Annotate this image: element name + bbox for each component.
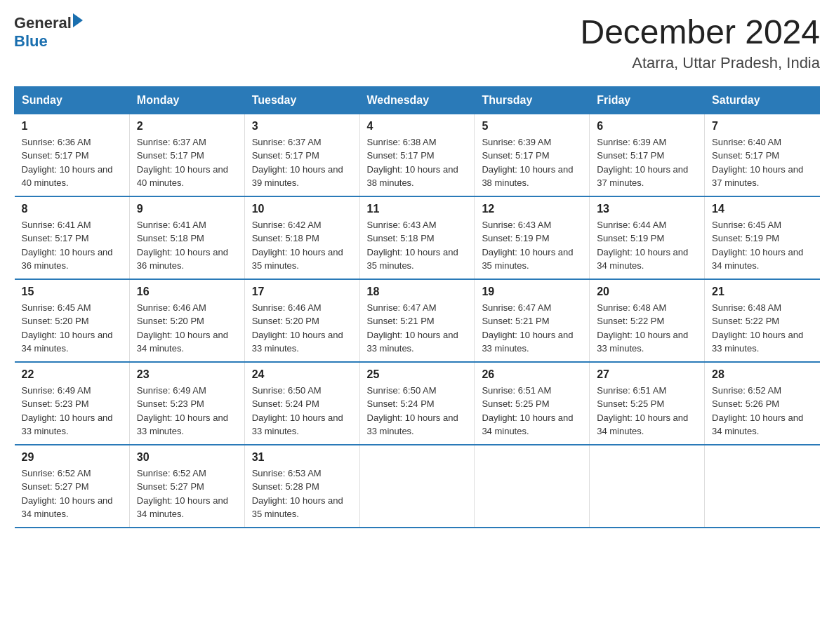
sunset-label: Sunset: 5:22 PM [597,316,664,326]
calendar-cell: 21 Sunrise: 6:48 AM Sunset: 5:22 PM Dayl… [705,279,820,362]
sunrise-label: Sunrise: 6:41 AM [22,220,91,230]
calendar-cell: 2 Sunrise: 6:37 AM Sunset: 5:17 PM Dayli… [129,114,244,196]
day-info: Sunrise: 6:47 AM Sunset: 5:21 PM Dayligh… [367,301,468,356]
header-monday: Monday [129,86,244,114]
header-sunday: Sunday [15,86,130,114]
logo: General Blue [14,14,83,51]
daylight-label: Daylight: 10 hours and 33 minutes. [252,412,343,437]
daylight-label: Daylight: 10 hours and 34 minutes. [712,412,803,437]
header-saturday: Saturday [705,86,820,114]
day-info: Sunrise: 6:40 AM Sunset: 5:17 PM Dayligh… [712,135,812,190]
daylight-label: Daylight: 10 hours and 36 minutes. [137,247,228,271]
calendar-cell: 11 Sunrise: 6:43 AM Sunset: 5:18 PM Dayl… [359,196,475,279]
day-number: 3 [252,120,352,133]
day-info: Sunrise: 6:52 AM Sunset: 5:27 PM Dayligh… [22,467,122,521]
logo-general-text: General [14,14,72,32]
sunrise-label: Sunrise: 6:52 AM [137,468,206,478]
page-header: General Blue December 2024 Atarra, Uttar… [14,14,820,72]
daylight-label: Daylight: 10 hours and 38 minutes. [367,164,458,189]
calendar-table: Sunday Monday Tuesday Wednesday Thursday… [14,86,820,528]
day-info: Sunrise: 6:37 AM Sunset: 5:17 PM Dayligh… [252,135,352,190]
calendar-cell: 31 Sunrise: 6:53 AM Sunset: 5:28 PM Dayl… [244,445,359,528]
day-number: 22 [22,368,122,381]
day-info: Sunrise: 6:51 AM Sunset: 5:25 PM Dayligh… [597,384,697,438]
daylight-label: Daylight: 10 hours and 36 minutes. [22,247,113,271]
sunrise-label: Sunrise: 6:50 AM [367,385,437,396]
calendar-cell: 10 Sunrise: 6:42 AM Sunset: 5:18 PM Dayl… [244,196,359,279]
calendar-cell [590,445,705,528]
sunset-label: Sunset: 5:19 PM [482,233,549,243]
daylight-label: Daylight: 10 hours and 34 minutes. [597,247,688,271]
sunset-label: Sunset: 5:17 PM [22,150,89,161]
calendar-week-2: 8 Sunrise: 6:41 AM Sunset: 5:17 PM Dayli… [15,196,820,279]
daylight-label: Daylight: 10 hours and 40 minutes. [137,164,228,189]
day-number: 23 [137,368,237,381]
sunrise-label: Sunrise: 6:48 AM [712,302,781,313]
calendar-week-4: 22 Sunrise: 6:49 AM Sunset: 5:23 PM Dayl… [15,362,820,445]
day-number: 18 [367,286,468,298]
sunrise-label: Sunrise: 6:39 AM [482,137,551,147]
daylight-label: Daylight: 10 hours and 34 minutes. [597,412,688,437]
sunrise-label: Sunrise: 6:46 AM [252,302,322,313]
calendar-header-row: Sunday Monday Tuesday Wednesday Thursday… [15,86,820,114]
sunrise-label: Sunrise: 6:43 AM [482,220,551,230]
calendar-cell: 17 Sunrise: 6:46 AM Sunset: 5:20 PM Dayl… [244,279,359,362]
day-number: 8 [22,203,122,215]
calendar-cell: 13 Sunrise: 6:44 AM Sunset: 5:19 PM Dayl… [590,196,705,279]
sunset-label: Sunset: 5:21 PM [367,316,435,326]
daylight-label: Daylight: 10 hours and 34 minutes. [482,412,573,437]
calendar-cell: 1 Sunrise: 6:36 AM Sunset: 5:17 PM Dayli… [15,114,130,196]
day-number: 20 [597,286,697,298]
sunset-label: Sunset: 5:27 PM [22,481,89,492]
sunrise-label: Sunrise: 6:37 AM [252,137,322,147]
calendar-cell: 30 Sunrise: 6:52 AM Sunset: 5:27 PM Dayl… [129,445,244,528]
sunrise-label: Sunrise: 6:41 AM [137,220,206,230]
day-info: Sunrise: 6:49 AM Sunset: 5:23 PM Dayligh… [137,384,237,438]
sunset-label: Sunset: 5:17 PM [597,150,664,161]
sunset-label: Sunset: 5:21 PM [482,316,549,326]
sunrise-label: Sunrise: 6:53 AM [252,468,322,478]
calendar-cell: 9 Sunrise: 6:41 AM Sunset: 5:18 PM Dayli… [129,196,244,279]
calendar-cell: 28 Sunrise: 6:52 AM Sunset: 5:26 PM Dayl… [705,362,820,445]
header-tuesday: Tuesday [244,86,359,114]
day-number: 29 [22,451,122,464]
day-info: Sunrise: 6:44 AM Sunset: 5:19 PM Dayligh… [597,218,697,273]
calendar-cell: 7 Sunrise: 6:40 AM Sunset: 5:17 PM Dayli… [705,114,820,196]
day-number: 12 [482,203,582,215]
sunrise-label: Sunrise: 6:47 AM [367,302,437,313]
sunset-label: Sunset: 5:28 PM [252,481,319,492]
calendar-cell [359,445,475,528]
calendar-cell: 4 Sunrise: 6:38 AM Sunset: 5:17 PM Dayli… [359,114,475,196]
calendar-cell: 18 Sunrise: 6:47 AM Sunset: 5:21 PM Dayl… [359,279,475,362]
daylight-label: Daylight: 10 hours and 33 minutes. [367,412,458,437]
logo-triangle-icon [73,13,83,27]
sunset-label: Sunset: 5:24 PM [367,398,435,409]
sunset-label: Sunset: 5:22 PM [712,316,779,326]
day-number: 19 [482,286,582,298]
sunrise-label: Sunrise: 6:42 AM [252,220,322,230]
sunrise-label: Sunrise: 6:48 AM [597,302,666,313]
calendar-cell: 24 Sunrise: 6:50 AM Sunset: 5:24 PM Dayl… [244,362,359,445]
daylight-label: Daylight: 10 hours and 37 minutes. [712,164,803,189]
day-info: Sunrise: 6:53 AM Sunset: 5:28 PM Dayligh… [252,467,352,521]
day-info: Sunrise: 6:45 AM Sunset: 5:20 PM Dayligh… [22,301,122,356]
sunset-label: Sunset: 5:18 PM [137,233,204,243]
daylight-label: Daylight: 10 hours and 38 minutes. [482,164,573,189]
daylight-label: Daylight: 10 hours and 35 minutes. [367,247,458,271]
sunrise-label: Sunrise: 6:47 AM [482,302,551,313]
daylight-label: Daylight: 10 hours and 33 minutes. [137,412,228,437]
day-info: Sunrise: 6:47 AM Sunset: 5:21 PM Dayligh… [482,301,582,356]
day-info: Sunrise: 6:52 AM Sunset: 5:27 PM Dayligh… [137,467,237,521]
daylight-label: Daylight: 10 hours and 35 minutes. [252,495,343,520]
calendar-cell: 27 Sunrise: 6:51 AM Sunset: 5:25 PM Dayl… [590,362,705,445]
daylight-label: Daylight: 10 hours and 33 minutes. [597,330,688,354]
header-wednesday: Wednesday [359,86,475,114]
location-title: Atarra, Uttar Pradesh, India [580,54,820,72]
day-number: 10 [252,203,352,215]
day-number: 16 [137,286,237,298]
sunset-label: Sunset: 5:27 PM [137,481,204,492]
sunset-label: Sunset: 5:20 PM [252,316,319,326]
day-number: 15 [22,286,122,298]
calendar-cell: 14 Sunrise: 6:45 AM Sunset: 5:19 PM Dayl… [705,196,820,279]
sunrise-label: Sunrise: 6:45 AM [712,220,781,230]
